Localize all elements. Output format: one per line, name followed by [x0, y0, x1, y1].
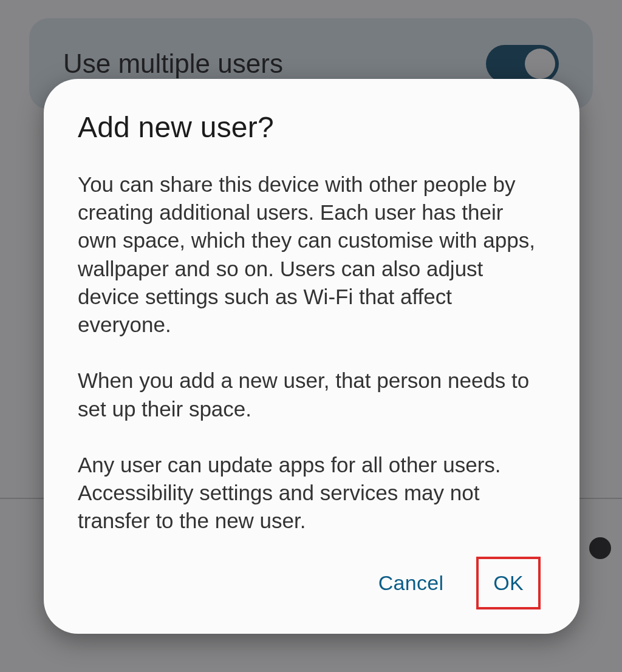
dialog-title: Add new user?: [78, 110, 545, 144]
dialog-body-text: You can share this device with other peo…: [78, 171, 545, 535]
ok-button[interactable]: OK: [480, 560, 537, 606]
ok-button-highlight: OK: [476, 557, 541, 609]
cancel-button[interactable]: Cancel: [365, 563, 457, 603]
dialog-actions: Cancel OK: [78, 557, 545, 609]
add-new-user-dialog: Add new user? You can share this device …: [44, 79, 579, 634]
